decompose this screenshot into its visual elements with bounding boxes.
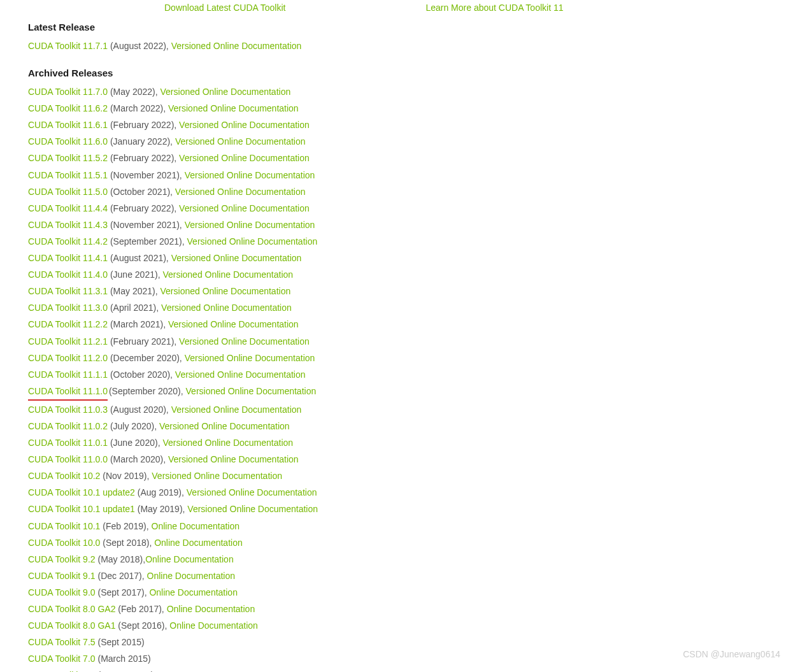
toolkit-version-link[interactable]: CUDA Toolkit 10.0 — [28, 538, 100, 548]
toolkit-version-link[interactable]: CUDA Toolkit 11.0.3 — [28, 404, 108, 415]
toolkit-version-link[interactable]: CUDA Toolkit 11.0.1 — [28, 438, 108, 448]
toolkit-version-link[interactable]: CUDA Toolkit 9.1 — [28, 571, 96, 581]
archived-release-row: CUDA Toolkit 10.1 update1 (May 2019), Ve… — [28, 502, 793, 517]
toolkit-version-link[interactable]: CUDA Toolkit 11.2.1 — [28, 336, 108, 347]
toolkit-version-link[interactable]: CUDA Toolkit 9.0 — [28, 587, 96, 597]
documentation-link[interactable]: Versioned Online Documentation — [179, 336, 310, 347]
download-latest-link[interactable]: Download Latest CUDA Toolkit — [164, 3, 285, 13]
toolkit-version-link[interactable]: CUDA Toolkit 11.4.0 — [28, 269, 108, 280]
toolkit-version-link[interactable]: CUDA Toolkit 11.5.0 — [28, 187, 108, 197]
toolkit-version-link[interactable]: CUDA Toolkit 11.2.0 — [28, 353, 108, 363]
toolkit-version-link[interactable]: CUDA Toolkit 9.2 — [28, 554, 96, 564]
documentation-link[interactable]: Versioned Online Documentation — [185, 353, 315, 363]
documentation-link[interactable]: Versioned Online Documentation — [179, 120, 310, 130]
toolkit-version-link[interactable]: CUDA Toolkit 11.6.1 — [28, 120, 108, 130]
release-date: (August 2020), — [108, 404, 171, 415]
archived-release-row: CUDA Toolkit 11.7.0 (May 2022), Versione… — [28, 85, 793, 99]
toolkit-version-link[interactable]: CUDA Toolkit 11.6.0 — [28, 136, 108, 147]
archived-release-row: CUDA Toolkit 11.2.0 (December 2020), Ver… — [28, 351, 793, 366]
documentation-link[interactable]: Versioned Online Documentation — [171, 404, 302, 415]
documentation-link[interactable]: Versioned Online Documentation — [186, 386, 317, 396]
documentation-link[interactable]: Versioned Online Documentation — [175, 187, 306, 197]
archived-releases-list: CUDA Toolkit 11.7.0 (May 2022), Versione… — [0, 85, 793, 672]
toolkit-version-link[interactable]: CUDA Toolkit 11.4.3 — [28, 220, 108, 230]
documentation-link[interactable]: Online Documentation — [154, 538, 243, 548]
archived-release-row: CUDA Toolkit 11.6.1 (February 2022), Ver… — [28, 118, 793, 132]
archived-release-row: CUDA Toolkit 8.0 GA1 (Sept 2016), Online… — [28, 618, 793, 633]
archived-release-row: CUDA Toolkit 11.6.0 (January 2022), Vers… — [28, 134, 793, 149]
toolkit-version-link[interactable]: CUDA Toolkit 11.6.2 — [28, 103, 108, 113]
release-date: (July 2020), — [108, 421, 159, 431]
toolkit-version-link[interactable]: CUDA Toolkit 11.4.1 — [28, 253, 108, 263]
documentation-link[interactable]: Versioned Online Documentation — [185, 170, 315, 180]
documentation-link[interactable]: Versioned Online Documentation — [187, 487, 317, 497]
toolkit-version-link[interactable]: CUDA Toolkit 10.1 update2 — [28, 487, 135, 497]
toolkit-version-link[interactable]: CUDA Toolkit 11.2.2 — [28, 319, 108, 329]
archived-release-row: CUDA Toolkit 11.1.1 (October 2020), Vers… — [28, 368, 793, 382]
toolkit-version-link[interactable]: CUDA Toolkit 7.0 — [28, 654, 96, 664]
toolkit-version-link[interactable]: CUDA Toolkit 11.1.0 — [28, 386, 108, 396]
documentation-link[interactable]: Versioned Online Documentation — [161, 286, 291, 296]
release-date: (January 2022), — [108, 136, 175, 147]
learn-more-link[interactable]: Learn More about CUDA Toolkit 11 — [425, 3, 563, 13]
documentation-link[interactable]: Versioned Online Documentation — [162, 269, 293, 280]
documentation-link[interactable]: Online Documentation — [152, 521, 240, 531]
documentation-link[interactable]: Versioned Online Documentation — [152, 471, 282, 481]
documentation-link[interactable]: Versioned Online Documentation — [175, 369, 306, 380]
toolkit-version-link[interactable]: CUDA Toolkit 11.5.1 — [28, 170, 108, 180]
documentation-link[interactable]: Versioned Online Documentation — [161, 87, 291, 97]
documentation-link[interactable]: Versioned Online Documentation — [179, 153, 310, 163]
documentation-link[interactable]: Versioned Online Documentation — [185, 220, 315, 230]
archived-release-row: CUDA Toolkit 11.4.3 (November 2021), Ver… — [28, 218, 793, 232]
release-date: (February 2022), — [108, 153, 179, 163]
documentation-link[interactable]: Online Documentation — [147, 571, 236, 581]
toolkit-version-link[interactable]: CUDA Toolkit 10.2 — [28, 471, 100, 481]
toolkit-version-link[interactable]: CUDA Toolkit 7.5 — [28, 637, 96, 647]
archived-release-row: CUDA Toolkit 11.5.0 (October 2021), Vers… — [28, 185, 793, 199]
release-date: (Aug 2019), — [135, 487, 187, 497]
toolkit-version-link[interactable]: CUDA Toolkit 10.1 update1 — [28, 504, 135, 514]
toolkit-version-link[interactable]: CUDA Toolkit 11.3.1 — [28, 286, 108, 296]
documentation-link[interactable]: Versioned Online Documentation — [175, 136, 306, 147]
documentation-link[interactable]: Versioned Online Documentation — [168, 103, 299, 113]
toolkit-version-link[interactable]: CUDA Toolkit 11.0.0 — [28, 454, 108, 464]
documentation-link[interactable]: Versioned Online Documentation — [168, 454, 299, 464]
documentation-link[interactable]: Versioned Online Documentation — [161, 303, 292, 313]
release-date: (Dec 2017), — [96, 571, 147, 581]
documentation-link[interactable]: Online Documentation — [149, 587, 238, 597]
archived-release-row: CUDA Toolkit 11.4.2 (September 2021), Ve… — [28, 234, 793, 249]
release-date: (Sept 2016), — [115, 620, 169, 631]
documentation-link[interactable]: Online Documentation — [145, 554, 234, 564]
release-date: (May 2018), — [96, 554, 146, 564]
documentation-link[interactable]: Versioned Online Documentation — [159, 421, 290, 431]
release-date: (Sept 2018), — [100, 538, 154, 548]
documentation-link[interactable]: Online Documentation — [167, 604, 255, 614]
documentation-link[interactable]: Versioned Online Documentation — [171, 253, 302, 263]
archived-release-row: CUDA Toolkit 11.4.1 (August 2021), Versi… — [28, 251, 793, 266]
release-date: (March 2021), — [108, 319, 168, 329]
documentation-link[interactable]: Versioned Online Documentation — [171, 41, 302, 51]
toolkit-version-link[interactable]: CUDA Toolkit 8.0 GA1 — [28, 620, 115, 631]
documentation-link[interactable]: Versioned Online Documentation — [187, 236, 318, 247]
archived-release-row: CUDA Toolkit 11.5.2 (February 2022), Ver… — [28, 151, 793, 166]
documentation-link[interactable]: Versioned Online Documentation — [179, 203, 310, 213]
toolkit-version-link[interactable]: CUDA Toolkit 11.0.2 — [28, 421, 108, 431]
archived-release-row: CUDA Toolkit 11.3.1 (May 2021), Versione… — [28, 284, 793, 299]
toolkit-version-link[interactable]: CUDA Toolkit 11.4.4 — [28, 203, 108, 213]
documentation-link[interactable]: Online Documentation — [169, 620, 258, 631]
documentation-link[interactable]: Versioned Online Documentation — [168, 319, 299, 329]
toolkit-version-link[interactable]: CUDA Toolkit 11.7.0 — [28, 87, 108, 97]
toolkit-version-link[interactable]: CUDA Toolkit 11.5.2 — [28, 153, 108, 163]
toolkit-version-link[interactable]: CUDA Toolkit 8.0 GA2 — [28, 604, 115, 614]
toolkit-version-link[interactable]: CUDA Toolkit 11.4.2 — [28, 236, 108, 247]
documentation-link[interactable]: Versioned Online Documentation — [187, 504, 318, 514]
toolkit-version-link[interactable]: CUDA Toolkit 11.7.1 — [28, 41, 108, 51]
toolkit-version-link[interactable]: CUDA Toolkit 11.1.1 — [28, 369, 108, 380]
documentation-link[interactable]: Versioned Online Documentation — [162, 438, 293, 448]
toolkit-version-link[interactable]: CUDA Toolkit 10.1 — [28, 521, 100, 531]
toolkit-version-link[interactable]: CUDA Toolkit 11.3.0 — [28, 303, 108, 313]
release-date: (October 2021), — [108, 187, 175, 197]
release-date: (Feb 2019), — [100, 521, 151, 531]
archived-release-row: CUDA Toolkit 11.6.2 (March 2022), Versio… — [28, 101, 793, 116]
release-date: (Nov 2019), — [100, 471, 152, 481]
